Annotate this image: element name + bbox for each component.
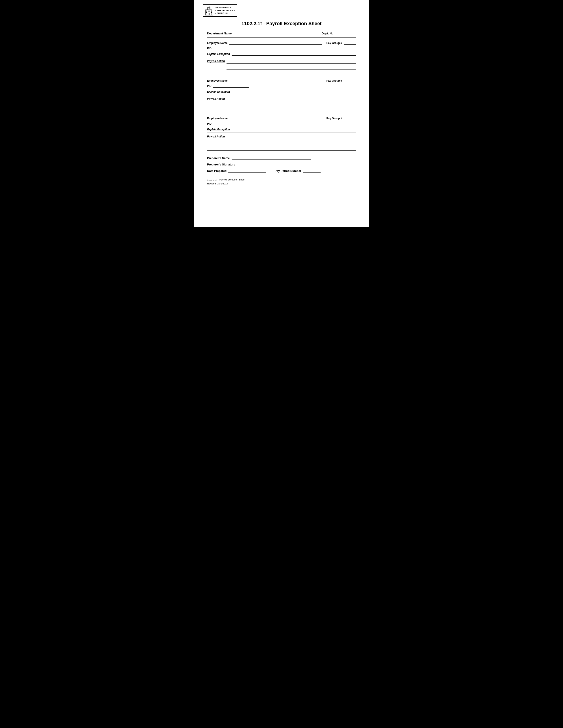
explain-label-3: Explain Exception (207, 128, 230, 131)
preparer-name-row: Preparer's Name (207, 156, 356, 160)
preparer-signature-row: Preparer's Signature (207, 163, 356, 166)
pid-row-2: PID (207, 84, 356, 88)
footer-section: Preparer's Name Preparer's Signature Dat… (203, 153, 360, 173)
payroll-action-lines-1 (226, 59, 356, 71)
pid-field-2[interactable] (213, 87, 248, 88)
employee-section-3: Employee Name Pay Group # PID Explain Ex… (203, 115, 360, 148)
action-line-3a[interactable] (226, 135, 356, 139)
pid-field-1[interactable] (213, 50, 248, 50)
payroll-action-block-3: Payroll Action (207, 135, 356, 146)
preparer-name-label: Preparer's Name (207, 156, 230, 160)
pid-row-3: PID (207, 122, 356, 125)
action-line-1a[interactable] (226, 59, 356, 64)
pay-group-label-3: Pay Group # (326, 117, 342, 120)
employee-name-field-1[interactable] (229, 44, 322, 45)
pay-group-label-2: Pay Group # (326, 79, 342, 82)
pay-period-number-label: Pay Period Number (274, 169, 301, 173)
explain-label-1: Explain Exception (207, 53, 230, 56)
preparer-signature-label: Preparer's Signature (207, 163, 235, 166)
payroll-action-block-1: Payroll Action (207, 59, 356, 71)
payroll-action-lines-2 (226, 97, 356, 109)
page: THE UNIVERSITY of NORTH CAROLINA at CHAP… (194, 0, 369, 227)
action-line-3b[interactable] (226, 141, 356, 145)
pay-group-field-2[interactable] (344, 82, 356, 82)
pay-group-field-1[interactable] (344, 44, 356, 45)
action-line-2b[interactable] (226, 103, 356, 107)
divider-1 (207, 75, 356, 75)
date-pay-period-row: Date Prepared Pay Period Number (207, 169, 356, 173)
employee-section-2: Employee Name Pay Group # PID Explain Ex… (203, 77, 360, 111)
payroll-action-label-1: Payroll Action (207, 59, 225, 63)
department-row: Department Name Dept. No. (203, 32, 360, 35)
doc-footer-line1: 1102.2.1f - Payroll Exception Sheet (207, 178, 356, 182)
explain-row-1: Explain Exception (207, 53, 356, 56)
explain-row-3: Explain Exception (207, 128, 356, 131)
pid-field-3[interactable] (213, 125, 248, 125)
explain-field-1a[interactable] (231, 55, 356, 56)
pid-row-1: PID (207, 47, 356, 50)
university-line1: THE UNIVERSITY (214, 6, 235, 9)
department-name-label: Department Name (207, 32, 231, 35)
employee-section-1: Employee Name Pay Group # PID Explain Ex… (203, 40, 360, 73)
header: THE UNIVERSITY of NORTH CAROLINA at CHAP… (203, 4, 360, 17)
pay-period-number-field[interactable] (303, 172, 321, 173)
page-title: 1102.2.1f - Payroll Exception Sheet (203, 21, 360, 26)
top-divider (207, 37, 356, 38)
pay-group-field-3[interactable] (344, 120, 356, 120)
payroll-action-block-2: Payroll Action (207, 97, 356, 109)
university-line3: at CHAPEL HILL (214, 12, 235, 15)
explain-row-2: Explain Exception (207, 90, 356, 93)
university-line2: of NORTH CAROLINA (214, 9, 235, 12)
employee-name-field-2[interactable] (229, 82, 322, 82)
logo-text: THE UNIVERSITY of NORTH CAROLINA at CHAP… (214, 6, 235, 15)
payroll-action-lines-3 (226, 135, 356, 146)
employee-name-row-2: Employee Name Pay Group # (207, 79, 356, 82)
explain-extra-line-1 (207, 57, 356, 57)
svg-rect-3 (208, 6, 210, 8)
logo-box: THE UNIVERSITY of NORTH CAROLINA at CHAP… (203, 4, 237, 17)
employee-name-label-3: Employee Name (207, 117, 227, 120)
pid-label-3: PID (207, 122, 211, 125)
action-line-1b[interactable] (226, 65, 356, 69)
dept-no-label: Dept. No. (322, 32, 334, 35)
payroll-action-label-3: Payroll Action (207, 135, 225, 138)
svg-rect-5 (208, 11, 209, 11)
pid-label-2: PID (207, 84, 211, 88)
svg-rect-10 (208, 8, 209, 9)
pid-label-1: PID (207, 47, 211, 50)
svg-rect-6 (209, 11, 210, 11)
employee-name-label-2: Employee Name (207, 79, 227, 82)
divider-3 (207, 150, 356, 151)
employee-name-row-3: Employee Name Pay Group # (207, 117, 356, 120)
pay-group-label-1: Pay Group # (326, 41, 342, 45)
document-footer: 1102.2.1f - Payroll Exception Sheet Revi… (203, 178, 360, 186)
payroll-action-label-2: Payroll Action (207, 97, 225, 100)
action-line-2a[interactable] (226, 97, 356, 101)
employee-name-field-3[interactable] (229, 120, 322, 120)
preparer-name-field[interactable] (231, 159, 311, 160)
unc-logo-icon (205, 6, 213, 15)
explain-field-2a[interactable] (231, 93, 356, 93)
doc-footer-line2: Revised: 10/1/2014 (207, 182, 356, 186)
date-prepared-field[interactable] (228, 172, 266, 173)
date-prepared-label: Date Prepared (207, 169, 226, 173)
employee-name-label-1: Employee Name (207, 41, 227, 45)
employee-name-row-1: Employee Name Pay Group # (207, 41, 356, 45)
explain-field-3a[interactable] (231, 131, 356, 131)
divider-2 (207, 113, 356, 113)
explain-label-2: Explain Exception (207, 90, 230, 93)
